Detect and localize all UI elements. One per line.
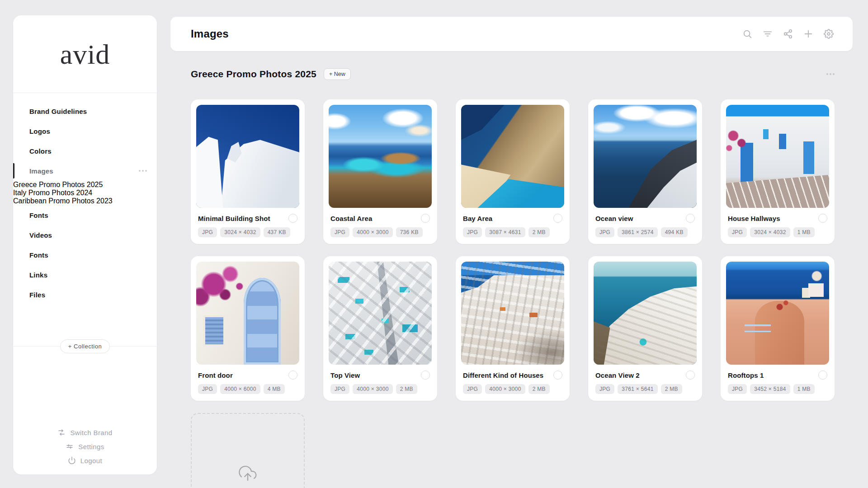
asset-format-badge: JPG	[595, 384, 614, 394]
asset-select-checkbox[interactable]	[686, 214, 695, 223]
asset-card[interactable]: House Hallways JPG 3024 × 4032 1 MB	[721, 99, 835, 244]
sidebar-collection-greece-promo-photos-2025[interactable]: Greece Promo Photos 2025	[13, 181, 157, 189]
new-asset-button[interactable]: + New	[324, 68, 351, 80]
asset-size-badge: 1 MB	[793, 384, 815, 394]
asset-select-checkbox[interactable]	[553, 371, 562, 380]
asset-card[interactable]: Top View JPG 4000 × 3000 2 MB	[323, 256, 437, 401]
asset-format-badge: JPG	[728, 227, 747, 237]
sidebar-item-logos[interactable]: Logos	[13, 121, 157, 141]
sidebar-footer-label: Logout	[80, 457, 102, 465]
active-indicator-bar	[13, 163, 14, 178]
app-root: avid Brand GuidelinesLogosColorsImagesGr…	[0, 0, 868, 488]
sidebar-item-label: Links	[29, 271, 47, 279]
asset-size-badge: 1 MB	[793, 227, 815, 237]
asset-card[interactable]: Coastal Area JPG 4000 × 3000 736 KB	[323, 99, 437, 244]
asset-thumbnail-houses-cliff	[461, 262, 564, 365]
asset-title: Ocean View 2	[595, 371, 640, 379]
collection-menu-icon[interactable]	[826, 73, 835, 75]
asset-dimensions-badge: 3452 × 5184	[750, 384, 790, 394]
asset-size-badge: 4 MB	[264, 384, 285, 394]
asset-badges: JPG 3761 × 5641 2 MB	[595, 384, 695, 394]
asset-thumbnail-ocean-view-2	[594, 262, 697, 365]
asset-thumbnail-top-view	[329, 262, 432, 365]
asset-title: Ocean view	[595, 215, 633, 222]
sidebar-item-label: Images	[29, 167, 53, 175]
sidebar-nav: Brand GuidelinesLogosColorsImagesGreece …	[13, 101, 157, 305]
asset-dimensions-badge: 4000 × 6000	[220, 384, 260, 394]
settings-icon	[824, 29, 834, 39]
asset-title: Front door	[198, 371, 233, 379]
sidebar-item-links[interactable]: Links	[13, 265, 157, 285]
sidebar-item-label: Logos	[29, 127, 50, 135]
asset-format-badge: JPG	[595, 227, 614, 237]
asset-card[interactable]: Rooftops 1 JPG 3452 × 5184 1 MB	[721, 256, 835, 401]
asset-badges: JPG 4000 × 6000 4 MB	[198, 384, 297, 394]
asset-badges: JPG 4000 × 3000 2 MB	[330, 384, 430, 394]
asset-select-checkbox[interactable]	[288, 371, 297, 380]
asset-select-checkbox[interactable]	[288, 214, 297, 223]
share-button[interactable]	[783, 29, 793, 39]
asset-thumbnail-ocean-view	[594, 105, 697, 208]
asset-dimensions-badge: 4000 × 3000	[353, 227, 392, 237]
add-asset-dropzone[interactable]: Add Asset(s)	[191, 413, 305, 488]
sidebar-item-label: Fonts	[29, 251, 48, 259]
asset-select-checkbox[interactable]	[686, 371, 695, 380]
asset-thumbnail-rooftops	[726, 262, 829, 365]
sidebar-item-brand-guidelines[interactable]: Brand Guidelines	[13, 101, 157, 121]
asset-format-badge: JPG	[463, 384, 482, 394]
asset-title: Minimal Building Shot	[198, 215, 270, 222]
asset-card[interactable]: Different Kind of Houses JPG 4000 × 3000…	[456, 256, 570, 401]
topbar: Images	[170, 17, 853, 51]
asset-size-badge: 2 MB	[528, 227, 550, 237]
logout-button[interactable]: Logout	[68, 456, 102, 465]
filter-button[interactable]	[763, 29, 773, 39]
asset-dimensions-badge: 4000 × 3000	[353, 384, 392, 394]
sidebar-item-fonts[interactable]: Fonts	[13, 245, 157, 265]
sidebar-item-label: Caribbean Promo Photos 2023	[13, 197, 113, 205]
asset-format-badge: JPG	[728, 384, 747, 394]
asset-select-checkbox[interactable]	[818, 214, 827, 223]
sidebar-item-colors[interactable]: Colors	[13, 141, 157, 161]
asset-select-checkbox[interactable]	[421, 371, 430, 380]
asset-badges: JPG 3861 × 2574 494 KB	[595, 227, 695, 237]
power-icon	[68, 456, 76, 465]
asset-card[interactable]: Minimal Building Shot JPG 3024 × 4032 43…	[191, 99, 305, 244]
add-collection-button[interactable]: + Collection	[60, 339, 110, 353]
asset-card[interactable]: Ocean View 2 JPG 3761 × 5641 2 MB	[588, 256, 702, 401]
search-button[interactable]	[742, 29, 752, 39]
sidebar-collection-caribbean-promo-photos-2023[interactable]: Caribbean Promo Photos 2023	[13, 197, 157, 205]
brand-logo: avid	[13, 36, 157, 72]
sidebar-item-label: Greece Promo Photos 2025	[13, 181, 103, 189]
switch-brand-button[interactable]: Switch Brand	[57, 428, 112, 436]
sidebar-item-menu-icon[interactable]	[139, 170, 147, 172]
asset-thumbnail-front-door	[196, 262, 299, 365]
sidebar-item-fonts[interactable]: Fonts	[13, 205, 157, 225]
asset-title: Top View	[330, 371, 360, 379]
asset-card[interactable]: Front door JPG 4000 × 6000 4 MB	[191, 256, 305, 401]
asset-select-checkbox[interactable]	[818, 371, 827, 380]
asset-badges: JPG 3087 × 4631 2 MB	[463, 227, 562, 237]
asset-badges: JPG 4000 × 3000 736 KB	[330, 227, 430, 237]
sidebar-item-videos[interactable]: Videos	[13, 225, 157, 245]
asset-card[interactable]: Ocean view JPG 3861 × 2574 494 KB	[588, 99, 702, 244]
asset-thumbnail-minimal-building	[196, 105, 299, 208]
sidebar-footer-label: Settings	[78, 443, 104, 450]
collection-header: Greece Promo Photos 2025 + New	[191, 66, 835, 82]
sidebar-item-files[interactable]: Files	[13, 285, 157, 305]
asset-select-checkbox[interactable]	[553, 214, 562, 223]
asset-badges: JPG 3024 × 4032 437 KB	[198, 227, 297, 237]
asset-title: House Hallways	[728, 215, 780, 222]
add-button[interactable]	[803, 29, 813, 39]
sidebar-item-label: Italy Promo Photos 2024	[13, 189, 92, 197]
sidebar-collection-italy-promo-photos-2024[interactable]: Italy Promo Photos 2024	[13, 189, 157, 197]
settings-button[interactable]	[824, 29, 834, 39]
sidebar-item-images[interactable]: Images	[13, 161, 157, 181]
asset-thumbnail-house-hallways	[726, 105, 829, 208]
settings-button[interactable]: Settings	[66, 442, 104, 450]
asset-card[interactable]: Bay Area JPG 3087 × 4631 2 MB	[456, 99, 570, 244]
search-icon	[742, 29, 752, 39]
topbar-actions	[742, 29, 834, 39]
asset-select-checkbox[interactable]	[421, 214, 430, 223]
asset-grid: Minimal Building Shot JPG 3024 × 4032 43…	[191, 99, 835, 488]
asset-dimensions-badge: 3087 × 4631	[485, 227, 525, 237]
